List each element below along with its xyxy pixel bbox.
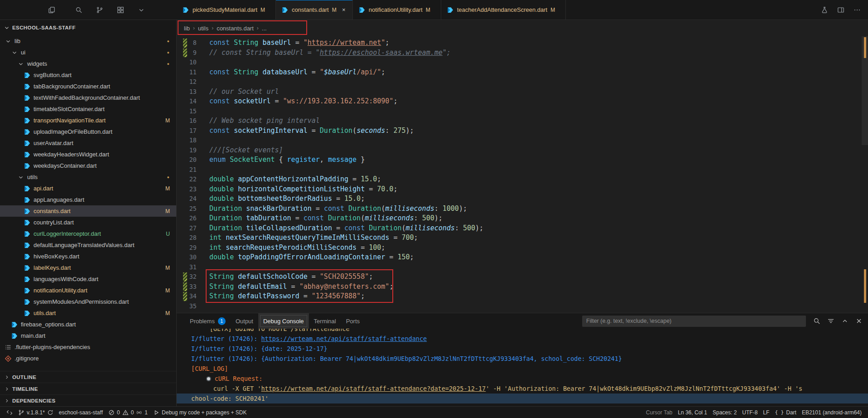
- sidebar-section-dependencies[interactable]: DEPENDENCIES: [0, 394, 176, 406]
- tab-pickedStudyMaterial.dart[interactable]: pickedStudyMaterial.dartM: [177, 0, 276, 19]
- tab-teacherAddAttendanceScreen.dart[interactable]: teacherAddAttendanceScreen.dartM: [441, 0, 566, 19]
- search-icon[interactable]: [75, 6, 82, 14]
- source-control-icon[interactable]: [96, 6, 103, 14]
- tree-item-tabBackgroundContainer.dart[interactable]: tabBackgroundContainer.dart: [0, 81, 176, 92]
- repo-name[interactable]: eschool-saas-staff: [56, 407, 106, 418]
- tree-item-lib[interactable]: lib●: [0, 35, 176, 47]
- indentation-indicator[interactable]: Spaces: 2: [710, 409, 739, 416]
- extensions-icon[interactable]: [117, 6, 124, 14]
- tree-item-utils.dart[interactable]: utils.dartM: [0, 307, 176, 319]
- tree-item-main.dart[interactable]: main.dart: [0, 330, 176, 341]
- panel-tab-problems[interactable]: Problems1: [185, 313, 231, 329]
- code-line-32[interactable]: 32String defaultSchoolCode = "SCH2025558…: [177, 272, 868, 282]
- code-editor[interactable]: 8const String baseUrl = "https://wrteam.…: [177, 36, 868, 313]
- cursor-position[interactable]: Ln 36, Col 1: [675, 409, 710, 416]
- tree-item-defaultLanguageTranslatedValues.dart[interactable]: defaultLanguageTranslatedValues.dart: [0, 239, 176, 251]
- tree-item-timetableSlotContainer.dart[interactable]: timetableSlotContainer.dart: [0, 103, 176, 115]
- overview-ruler[interactable]: [862, 36, 868, 313]
- breadcrumb-item-lib[interactable]: lib: [184, 25, 190, 32]
- language-mode[interactable]: { }Dart: [772, 409, 799, 416]
- tab-constants.dart[interactable]: constants.dartM×: [276, 0, 353, 19]
- tree-item-hiveBoxKeys.dart[interactable]: hiveBoxKeys.dart: [0, 251, 176, 262]
- tree-item-languagesWithCode.dart[interactable]: languagesWithCode.dart: [0, 273, 176, 285]
- code-line-14[interactable]: 14const socketUrl = "ws://193.203.162.25…: [177, 97, 868, 107]
- code-line-34[interactable]: 34String defaultPassword = "1234567888";: [177, 292, 868, 301]
- tree-item-weekdayHeadersWidget.dart[interactable]: weekdayHeadersWidget.dart: [0, 149, 176, 160]
- more-actions-icon[interactable]: [854, 6, 861, 14]
- sidebar-section-timeline[interactable]: TIMELINE: [0, 383, 176, 394]
- code-line-12[interactable]: 12: [177, 77, 868, 87]
- tree-item-notificationUtility.dart[interactable]: notificationUtility.dartM: [0, 285, 176, 296]
- search-icon[interactable]: [813, 317, 820, 325]
- console-filter-input[interactable]: [582, 316, 806, 327]
- code-line-13[interactable]: 13// our Socket url: [177, 87, 868, 97]
- filter-lines-icon[interactable]: [827, 317, 834, 325]
- code-line-30[interactable]: 30double topPaddingOfErrorAndLoadingCont…: [177, 253, 868, 262]
- chevron-down-icon[interactable]: [138, 6, 145, 14]
- debug-configuration[interactable]: Debug my code + packages + SDK: [150, 407, 249, 418]
- code-line-33[interactable]: 33String defaultEmail = "abhay@netsofter…: [177, 282, 868, 292]
- code-line-17[interactable]: 17const socketPingInterval = Duration(se…: [177, 126, 868, 136]
- cursor-tab-indicator[interactable]: Cursor Tab: [643, 409, 675, 416]
- sidebar-section-outline[interactable]: OUTLINE: [0, 371, 176, 383]
- tree-item-api.dart[interactable]: api.dartM: [0, 183, 176, 194]
- tree-item-transportNavigationTile.dart[interactable]: transportNavigationTile.dartM: [0, 115, 176, 126]
- code-line-15[interactable]: 15: [177, 107, 868, 117]
- tree-item-svgButton.dart[interactable]: svgButton.dart: [0, 69, 176, 81]
- tree-item-.flutter-plugins-dependencies[interactable]: .flutter-plugins-dependencies: [0, 341, 176, 353]
- target-device[interactable]: EB2101 (android-arm64): [799, 409, 864, 416]
- tree-item-userAvatar.dart[interactable]: userAvatar.dart: [0, 137, 176, 149]
- panel-tab-terminal[interactable]: Terminal: [309, 313, 341, 329]
- beaker-icon[interactable]: [821, 6, 828, 14]
- code-line-8[interactable]: 8const String baseUrl = "https://wrteam.…: [177, 38, 868, 48]
- remote-indicator[interactable]: [4, 407, 15, 418]
- code-line-11[interactable]: 11const String databaseUrl = "$baseUrl/a…: [177, 68, 868, 78]
- problems-indicator[interactable]: 0 0 1: [106, 407, 150, 418]
- tree-item-.gitignore[interactable]: .gitignore: [0, 353, 176, 364]
- tree-item-systemModulesAndPermissions.dart[interactable]: systemModulesAndPermissions.dart: [0, 296, 176, 307]
- console-link[interactable]: https://wrteam.net/api/staff/staff-atten…: [261, 385, 486, 392]
- close-panel-icon[interactable]: [855, 317, 863, 325]
- encoding-indicator[interactable]: UTF-8: [739, 409, 760, 416]
- tree-item-labelKeys.dart[interactable]: labelKeys.dartM: [0, 262, 176, 273]
- code-line-23[interactable]: 23double horizontalCompetitionListHeight…: [177, 185, 868, 194]
- code-line-31[interactable]: 31: [177, 262, 868, 272]
- code-line-20[interactable]: 20enum SocketEvent { register, message }: [177, 155, 868, 165]
- code-line-22[interactable]: 22double appContentHorizontalPadding = 1…: [177, 175, 868, 185]
- tree-item-uploadImageOrFileButton.dart[interactable]: uploadImageOrFileButton.dart: [0, 126, 176, 137]
- tree-item-constants.dart[interactable]: constants.dartM: [0, 205, 176, 217]
- code-line-27[interactable]: 27Duration tileCollapsedDuration = const…: [177, 224, 868, 233]
- close-icon[interactable]: ×: [340, 6, 348, 14]
- tree-item-curlLoggerInterceptor.dart[interactable]: curlLoggerInterceptor.dartU: [0, 228, 176, 239]
- tab-notificationUtility.dart[interactable]: notificationUtility.dartM: [353, 0, 441, 19]
- tree-item-weekdaysContainer.dart[interactable]: weekdaysContainer.dart: [0, 160, 176, 171]
- code-line-24[interactable]: 24double bottomsheetBorderRadius = 15.0;: [177, 194, 868, 204]
- layout-panel-icon[interactable]: [837, 6, 844, 14]
- panel-tab-ports[interactable]: Ports: [341, 313, 365, 329]
- code-line-18[interactable]: 18: [177, 136, 868, 146]
- code-line-28[interactable]: 28int nextSearchRequestQueryTimeInMilliS…: [177, 233, 868, 243]
- eol-indicator[interactable]: LF: [760, 409, 772, 416]
- git-branch-indicator[interactable]: v.1.8.1*: [15, 407, 56, 418]
- copy-files-icon[interactable]: [48, 6, 55, 14]
- tree-item-utils[interactable]: utils●: [0, 171, 176, 183]
- code-line-26[interactable]: 26Duration tabDuration = const Duration(…: [177, 214, 868, 224]
- code-line-25[interactable]: 25Duration snackBarDuration = const Dura…: [177, 204, 868, 214]
- code-line-35[interactable]: 35: [177, 301, 868, 311]
- console-link[interactable]: https://wrteam.net/api/staff/staff-atten…: [261, 335, 427, 342]
- breadcrumb-item-...[interactable]: ...: [262, 25, 267, 32]
- tree-item-appLanguages.dart[interactable]: appLanguages.dart: [0, 194, 176, 205]
- code-line-21[interactable]: 21: [177, 165, 868, 175]
- code-line-16[interactable]: 16// Web socket ping interval: [177, 116, 868, 126]
- explorer-root[interactable]: ESCHOOL-SAAS-STAFF: [0, 20, 176, 35]
- breadcrumb-item-constants.dart[interactable]: constants.dart: [217, 25, 254, 32]
- code-line-19[interactable]: 19///[Socket events]: [177, 146, 868, 156]
- tree-item-countryList.dart[interactable]: countryList.dart: [0, 217, 176, 228]
- breadcrumb-item-utils[interactable]: utils: [198, 25, 208, 32]
- tree-item-widgets[interactable]: widgets●: [0, 58, 176, 69]
- tree-item-textWithFadedBackgroundContainer.dart[interactable]: textWithFadedBackgroundContainer.dart: [0, 92, 176, 103]
- tree-item-ui[interactable]: ui●: [0, 47, 176, 58]
- code-line-29[interactable]: 29int searchRequestPerodicMilliSeconds =…: [177, 243, 868, 253]
- panel-tab-debug-console[interactable]: Debug Console: [258, 313, 309, 329]
- code-line-10[interactable]: 10: [177, 58, 868, 68]
